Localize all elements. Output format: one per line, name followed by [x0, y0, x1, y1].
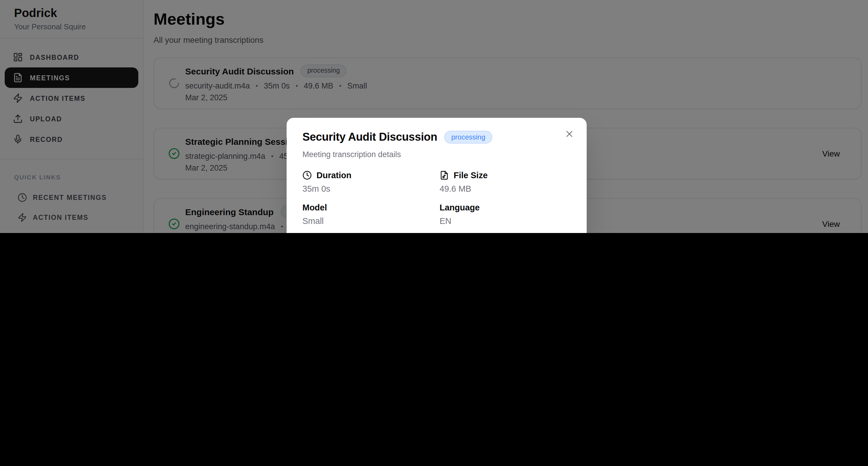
- field-model: ModelSmall: [303, 203, 434, 226]
- field-duration: Duration35m 0s: [303, 170, 434, 193]
- field-file-size: File Size49.6 MB: [440, 170, 571, 193]
- clock-icon: [303, 170, 312, 180]
- field-label: Duration: [303, 170, 434, 180]
- field-language: LanguageEN: [440, 203, 571, 226]
- field-label: Language: [440, 203, 571, 212]
- file-audio-icon: [440, 170, 449, 180]
- field-value: Small: [303, 216, 434, 226]
- app-root: Podrick Your Personal Squire DASHBOARDME…: [0, 0, 868, 233]
- field-value: EN: [440, 216, 571, 226]
- modal-title: Security Audit Discussion: [303, 131, 437, 144]
- close-icon[interactable]: [563, 127, 576, 141]
- field-label: Model: [303, 203, 434, 212]
- modal-fields: Duration35m 0sFile Size49.6 MBModelSmall…: [303, 170, 571, 233]
- field-label: File Size: [440, 170, 571, 180]
- status-badge: processing: [444, 131, 492, 144]
- meeting-details-modal: Security Audit Discussion processing Mee…: [287, 118, 587, 233]
- field-value: 35m 0s: [303, 184, 434, 193]
- field-value: 49.6 MB: [440, 184, 571, 193]
- modal-subtitle: Meeting transcription details: [303, 150, 571, 159]
